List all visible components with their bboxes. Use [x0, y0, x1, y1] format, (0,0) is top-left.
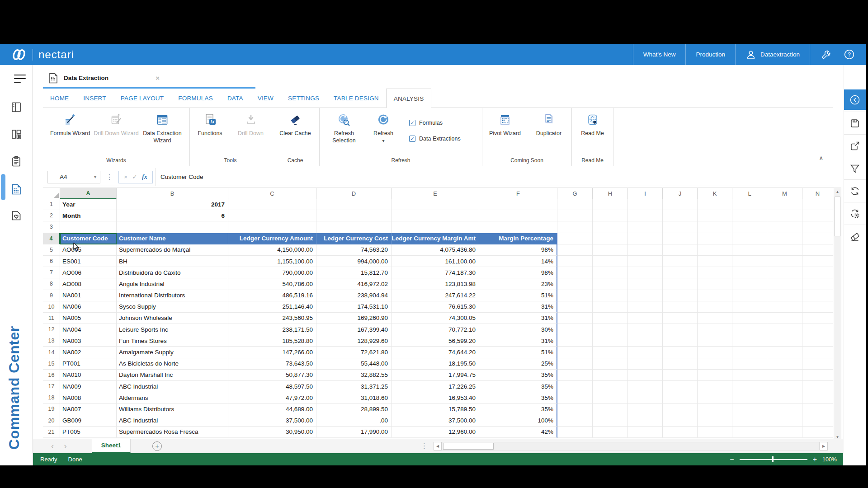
help-icon[interactable]: ? [844, 49, 855, 60]
zoom-slider[interactable] [740, 459, 807, 460]
cell-A2[interactable]: Month [60, 210, 117, 221]
cell-L15[interactable] [732, 358, 767, 370]
cell-H21[interactable] [593, 427, 628, 438]
row-header-12[interactable]: 12 [43, 324, 60, 335]
cell-I4[interactable] [628, 233, 663, 244]
cell-M7[interactable] [767, 267, 802, 278]
user-menu[interactable]: Dataextraction [735, 44, 810, 65]
cell-K17[interactable] [698, 381, 732, 392]
cell-M1[interactable] [767, 199, 802, 210]
row-header-8[interactable]: 8 [43, 278, 60, 290]
ribbon-tab-table-design[interactable]: TABLE DESIGN [326, 89, 386, 108]
cell-M18[interactable] [767, 392, 802, 404]
cell-M17[interactable] [767, 381, 802, 392]
cell-I2[interactable] [628, 210, 663, 221]
cell-G2[interactable] [557, 210, 593, 221]
horizontal-scroll-thumb[interactable] [443, 443, 494, 450]
hamburger-menu-icon[interactable] [14, 74, 26, 83]
cell-H3[interactable] [593, 221, 628, 233]
cell-G19[interactable] [557, 404, 593, 415]
collapse-panel-button[interactable] [844, 89, 866, 110]
cell-C14[interactable]: 147,266.00 [228, 347, 316, 358]
cell-A11[interactable]: NA005 [60, 313, 117, 324]
cell-K4[interactable] [698, 233, 732, 244]
cell-C20[interactable]: 37,500.00 [228, 415, 316, 427]
cell-G4[interactable] [557, 233, 593, 244]
cell-K11[interactable] [698, 313, 732, 324]
cell-H2[interactable] [593, 210, 628, 221]
cell-L14[interactable] [732, 347, 767, 358]
cell-H9[interactable] [593, 290, 628, 301]
cell-F12[interactable]: 30% [479, 324, 557, 335]
cell-F13[interactable]: 31% [479, 335, 557, 347]
cell-G14[interactable] [557, 347, 593, 358]
cell-K2[interactable] [698, 210, 732, 221]
cell-K8[interactable] [698, 278, 732, 290]
cell-H7[interactable] [593, 267, 628, 278]
cell-E20[interactable]: 37,500.00 [392, 415, 479, 427]
cell-E16[interactable]: 17,994.75 [392, 370, 479, 381]
cell-F5[interactable]: 98% [479, 244, 557, 256]
cell-B20[interactable]: ABC Industrial [117, 415, 228, 427]
cell-G15[interactable] [557, 358, 593, 370]
cell-N12[interactable] [802, 324, 833, 335]
cell-K10[interactable] [698, 301, 732, 313]
wrench-icon[interactable] [821, 49, 832, 60]
cell-E6[interactable]: 161,100.00 [392, 256, 479, 267]
cell-D5[interactable]: 74,563.20 [316, 244, 392, 256]
cell-B19[interactable]: Williams Distributors [117, 404, 228, 415]
cell-G21[interactable] [557, 427, 593, 438]
row-header-2[interactable]: 2 [43, 210, 60, 221]
cell-C9[interactable]: 486,519.16 [228, 290, 316, 301]
cell-G18[interactable] [557, 392, 593, 404]
cell-G3[interactable] [557, 221, 593, 233]
cell-H10[interactable] [593, 301, 628, 313]
cell-L8[interactable] [732, 278, 767, 290]
cell-K13[interactable] [698, 335, 732, 347]
cell-C4[interactable]: Ledger Currency Amount [228, 233, 316, 244]
cell-H8[interactable] [593, 278, 628, 290]
filter-button[interactable] [844, 157, 866, 179]
cell-B16[interactable]: Dayton Marshall Inc [117, 370, 228, 381]
row-header-1[interactable]: 1 [43, 199, 60, 210]
cell-H14[interactable] [593, 347, 628, 358]
row-header-4[interactable]: 4 [43, 233, 60, 244]
cell-C7[interactable]: 790,000.00 [228, 267, 316, 278]
cell-M14[interactable] [767, 347, 802, 358]
cell-K20[interactable] [698, 415, 732, 427]
eraser-button[interactable] [844, 225, 866, 247]
cell-D10[interactable]: 174,531.10 [316, 301, 392, 313]
cell-E10[interactable]: 76,615.30 [392, 301, 479, 313]
row-header-9[interactable]: 9 [43, 290, 60, 301]
cell-H20[interactable] [593, 415, 628, 427]
cell-M13[interactable] [767, 335, 802, 347]
cell-E3[interactable] [392, 221, 479, 233]
cell-J15[interactable] [663, 358, 698, 370]
cell-L10[interactable] [732, 301, 767, 313]
cell-G7[interactable] [557, 267, 593, 278]
cell-L13[interactable] [732, 335, 767, 347]
row-header-18[interactable]: 18 [43, 392, 60, 404]
cell-B7[interactable]: Distribuidora do Caxito [117, 267, 228, 278]
cell-M12[interactable] [767, 324, 802, 335]
cell-F4[interactable]: Margin Percentage [479, 233, 557, 244]
cell-F15[interactable]: 25% [479, 358, 557, 370]
cell-C17[interactable]: 48,597.50 [228, 381, 316, 392]
cell-I9[interactable] [628, 290, 663, 301]
cell-D17[interactable]: 31,371.25 [316, 381, 392, 392]
ribbon-tab-insert[interactable]: INSERT [76, 89, 113, 108]
cell-B8[interactable]: Angola Industrial [117, 278, 228, 290]
cell-F8[interactable]: 23% [479, 278, 557, 290]
cell-K1[interactable] [698, 199, 732, 210]
cell-I8[interactable] [628, 278, 663, 290]
cell-L11[interactable] [732, 313, 767, 324]
formula-bar-kebab-icon[interactable]: ⋮ [106, 173, 113, 181]
formula-content[interactable]: Customer Code [156, 174, 203, 180]
vertical-scrollbar[interactable]: ▲ ▼ [834, 188, 841, 441]
column-header-K[interactable]: K [698, 188, 732, 199]
cell-A20[interactable]: GB009 [60, 415, 117, 427]
cell-H15[interactable] [593, 358, 628, 370]
cell-C18[interactable]: 47,972.00 [228, 392, 316, 404]
cell-J8[interactable] [663, 278, 698, 290]
share-button[interactable] [844, 134, 866, 157]
